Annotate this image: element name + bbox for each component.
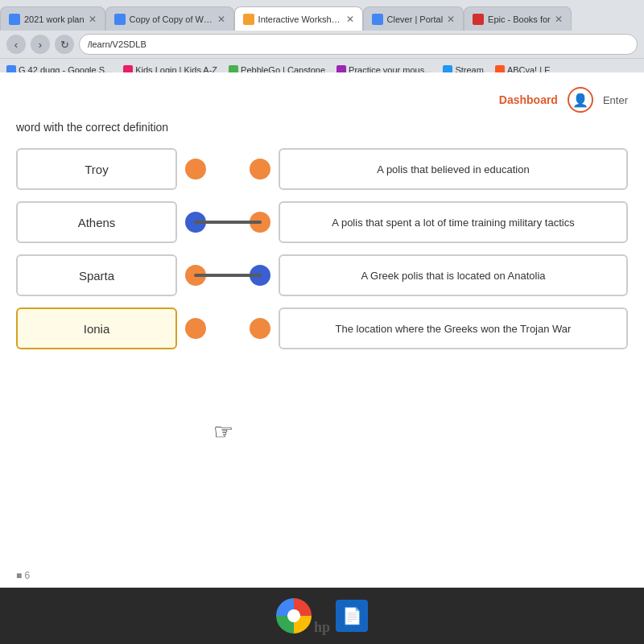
back-button[interactable]: ‹ — [6, 35, 26, 54]
tab-epic[interactable]: Epic - Books for ✕ — [464, 6, 572, 31]
instruction-label: word with the correct definition — [16, 121, 168, 134]
connector-dot-def3[interactable] — [250, 265, 270, 286]
tab-favicon-3 — [243, 14, 254, 25]
definition-2: A polis that spent a lot of time trainin… — [250, 201, 628, 243]
def-label-3: A Greek polis that is located on Anatoli… — [279, 254, 628, 296]
definition-1: A polis that believed in education — [250, 148, 628, 190]
address-text: /learn/V2SDLB — [88, 39, 147, 49]
browser-chrome: 2021 work plan ✕ Copy of Copy of Work ✕ … — [0, 0, 644, 72]
address-bar-row: ‹ › ↻ /learn/V2SDLB — [0, 31, 644, 58]
tab-label-3: Interactive Worksheets — [258, 14, 342, 24]
tab-label-4: Clever | Portal — [387, 14, 444, 24]
reload-button[interactable]: ↻ — [55, 35, 74, 54]
files-icon[interactable]: 📄 — [336, 600, 368, 632]
term-ionia: Ionia — [16, 308, 225, 349]
tab-favicon-5 — [473, 14, 484, 25]
term-label-troy: Troy — [16, 148, 177, 190]
tab-label-2: Copy of Copy of Work — [130, 14, 213, 24]
term-label-sparta: Sparta — [16, 254, 177, 296]
browser-window: 2021 work plan ✕ Copy of Copy of Work ✕ … — [0, 0, 644, 588]
cursor-hand: ☞ — [213, 419, 233, 445]
enter-label: Enter — [603, 94, 628, 106]
tab-favicon-1 — [9, 14, 20, 25]
user-icon-symbol: 👤 — [572, 93, 588, 108]
def-label-1: A polis that believed in education — [279, 148, 628, 190]
tab-favicon-4 — [372, 14, 383, 25]
matching-exercise: Troy Athens Sparta — [16, 148, 628, 349]
connector-dot-def4[interactable] — [250, 318, 270, 339]
term-sparta: Sparta — [16, 254, 225, 296]
connector-dot-def2[interactable] — [250, 212, 270, 233]
instruction-text: word with the correct definition — [16, 121, 628, 134]
connector-dot-def1[interactable] — [250, 159, 270, 180]
page-number: ■ 6 — [16, 570, 30, 581]
tab-interactive-worksheets[interactable]: Interactive Worksheets ✕ — [234, 6, 363, 31]
tab-copy-work[interactable]: Copy of Copy of Work ✕ — [105, 6, 234, 31]
tab-close-4[interactable]: ✕ — [447, 14, 455, 25]
tab-close-1[interactable]: ✕ — [89, 14, 97, 25]
terms-column: Troy Athens Sparta — [16, 148, 225, 349]
address-bar[interactable]: /learn/V2SDLB — [79, 34, 638, 55]
tab-close-5[interactable]: ✕ — [555, 14, 563, 25]
def-label-4: The location where the Greeks won the Tr… — [279, 308, 628, 349]
connector-dot-ionia[interactable] — [185, 318, 206, 339]
tab-favicon-2 — [114, 14, 126, 25]
connector-dot-troy[interactable] — [185, 159, 206, 180]
definition-4: The location where the Greeks won the Tr… — [250, 308, 628, 349]
term-label-ionia: Ionia — [16, 308, 177, 349]
connector-dot-sparta[interactable] — [185, 265, 206, 286]
term-athens: Athens — [16, 201, 225, 243]
term-troy: Troy — [16, 148, 225, 190]
connector-dot-athens[interactable] — [185, 212, 206, 233]
page-header: Dashboard 👤 Enter — [16, 82, 628, 121]
hp-logo: hp — [314, 619, 330, 636]
tab-label-1: 2021 work plan — [24, 14, 85, 24]
term-label-athens: Athens — [16, 201, 177, 243]
definitions-column: A polis that believed in education A pol… — [250, 148, 628, 349]
chrome-icon[interactable] — [276, 598, 312, 634]
tab-clever[interactable]: Clever | Portal ✕ — [363, 6, 464, 31]
page-number-icon: ■ — [16, 570, 22, 581]
definition-3: A Greek polis that is located on Anatoli… — [250, 254, 628, 296]
forward-button[interactable]: › — [31, 35, 50, 54]
tab-close-3[interactable]: ✕ — [346, 14, 354, 25]
tab-bar: 2021 work plan ✕ Copy of Copy of Work ✕ … — [0, 0, 644, 31]
tab-work-plan[interactable]: 2021 work plan ✕ — [0, 6, 105, 31]
page-content: Dashboard 👤 Enter word with the correct … — [0, 72, 644, 588]
tab-close-2[interactable]: ✕ — [217, 14, 225, 25]
def-label-2: A polis that spent a lot of time trainin… — [279, 201, 628, 243]
tab-label-5: Epic - Books for — [488, 14, 551, 24]
dashboard-button[interactable]: Dashboard — [499, 93, 558, 106]
user-icon[interactable]: 👤 — [568, 87, 593, 113]
